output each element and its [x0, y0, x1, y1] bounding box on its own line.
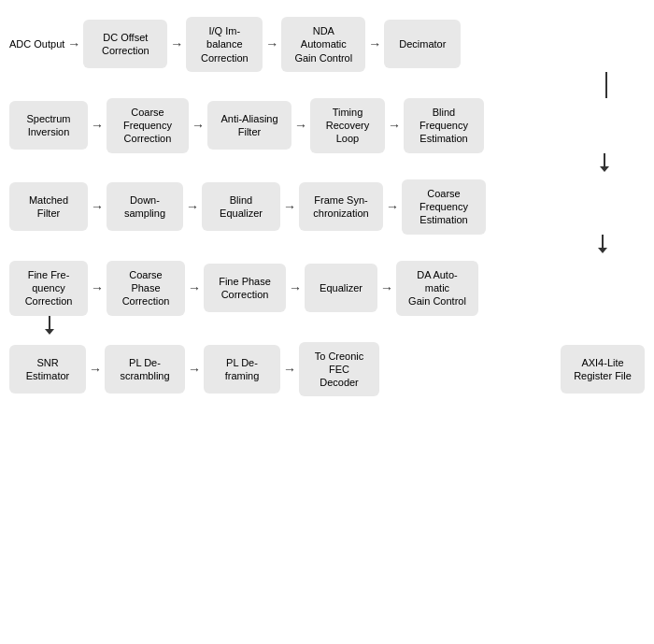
- equalizer-block: Equalizer: [305, 264, 377, 312]
- arrow-8: [385, 118, 404, 133]
- arrow-15: [286, 280, 305, 295]
- equalizer-label: Equalizer: [320, 281, 363, 294]
- coarse-freq1-label: CoarseFrequencyCorrection: [123, 106, 172, 146]
- timing-rec-block: TimingRecoveryLoop: [310, 98, 385, 153]
- block-diagram: ADC Output DC OffsetCorrection I/Q Im-ba…: [9, 17, 645, 396]
- arrow-11: [280, 199, 299, 214]
- conn-2-3: [9, 153, 645, 179]
- arrow-1: [64, 36, 83, 51]
- arrow-6: [189, 118, 207, 133]
- arrow-18: [185, 362, 204, 377]
- adc-output-label: ADC Output: [9, 38, 64, 50]
- matched-filter-block: MatchedFilter: [9, 182, 88, 231]
- axi4-reg-label: AXI4-LiteRegister File: [574, 356, 632, 383]
- snr-est-block: SNREstimator: [9, 345, 86, 394]
- anti-alias-block: Anti-AliasingFilter: [207, 101, 291, 150]
- frame-sync-label: Frame Syn-chronization: [313, 193, 368, 221]
- pl-deframe-label: PL De-framing: [225, 356, 260, 383]
- conn-3-4: [9, 235, 645, 261]
- arrow-3: [263, 36, 281, 51]
- creonic-fec-block: To CreonicFECDecoder: [299, 342, 379, 397]
- row-2: SpectrumInversion CoarseFrequencyCorrect…: [9, 98, 645, 153]
- row-1: ADC Output DC OffsetCorrection I/Q Im-ba…: [9, 17, 645, 72]
- arrow-13: [88, 280, 107, 295]
- arrow-9: [88, 199, 107, 214]
- coarse-phase-label: CoarsePhaseCorrection: [122, 268, 170, 308]
- coarse-freq2-block: CoarseFrequencyEstimation: [402, 179, 486, 235]
- coarse-phase-block: CoarsePhaseCorrection: [107, 261, 185, 316]
- blind-eq-label: BlindEqualizer: [220, 193, 263, 221]
- fine-phase-block: Fine PhaseCorrection: [204, 264, 286, 312]
- matched-filter-label: MatchedFilter: [29, 193, 68, 221]
- creonic-fec-label: To CreonicFECDecoder: [315, 350, 364, 390]
- row-3: MatchedFilter Down-sampling BlindEqualiz…: [9, 179, 645, 235]
- dc-offset-block: DC OffsetCorrection: [83, 20, 167, 68]
- downsampling-block: Down-sampling: [107, 182, 183, 231]
- spectrum-inv-label: SpectrumInversion: [26, 112, 70, 139]
- arrow-7: [291, 118, 310, 133]
- da-agc-block: DA Auto-maticGain Control: [396, 261, 478, 316]
- spectrum-inv-block: SpectrumInversion: [9, 101, 88, 150]
- row-4: Fine Fre-quencyCorrection CoarsePhaseCor…: [9, 261, 645, 316]
- arrow-5: [88, 118, 107, 133]
- axi4-reg-block: AXI4-LiteRegister File: [561, 345, 645, 394]
- timing-rec-label: TimingRecoveryLoop: [326, 106, 369, 146]
- pl-descramble-block: PL De-scrambling: [105, 345, 185, 394]
- nda-agc-label: NDAAutomaticGain Control: [294, 24, 352, 64]
- arrow-2: [167, 36, 186, 51]
- arrow-14: [185, 280, 204, 295]
- conn-1-2: [9, 72, 645, 98]
- da-agc-label: DA Auto-maticGain Control: [408, 268, 466, 308]
- conn-4-5: [9, 316, 645, 342]
- pl-descramble-label: PL De-scrambling: [120, 356, 169, 383]
- coarse-freq1-block: CoarseFrequencyCorrection: [107, 98, 189, 153]
- coarse-freq2-label: CoarseFrequencyEstimation: [419, 187, 468, 227]
- fine-freq-label: Fine Fre-quencyCorrection: [25, 268, 73, 308]
- frame-sync-block: Frame Syn-chronization: [299, 182, 383, 231]
- arrow-10: [183, 199, 202, 214]
- fine-phase-label: Fine PhaseCorrection: [219, 275, 271, 302]
- arrow-17: [86, 362, 105, 377]
- pl-deframe-block: PL De-framing: [204, 345, 280, 394]
- blind-freq-label: BlindFrequencyEstimation: [419, 106, 468, 146]
- arrow-4: [365, 36, 384, 51]
- snr-est-label: SNREstimator: [26, 356, 69, 383]
- decimator-label: Decimator: [399, 37, 446, 50]
- downsampling-label: Down-sampling: [124, 193, 165, 221]
- row-5: SNREstimator PL De-scrambling PL De-fram…: [9, 342, 645, 397]
- anti-alias-label: Anti-AliasingFilter: [220, 112, 277, 139]
- iq-imbalance-label: I/Q Im-balanceCorrection: [201, 24, 249, 64]
- fine-freq-block: Fine Fre-quencyCorrection: [9, 261, 88, 316]
- arrow-16: [377, 280, 396, 295]
- blind-eq-block: BlindEqualizer: [202, 182, 280, 231]
- decimator-block: Decimator: [384, 20, 461, 68]
- blind-freq-block: BlindFrequencyEstimation: [404, 98, 484, 153]
- dc-offset-label: DC OffsetCorrection: [102, 31, 149, 58]
- iq-imbalance-block: I/Q Im-balanceCorrection: [186, 17, 263, 72]
- arrow-19: [280, 362, 299, 377]
- arrow-12: [383, 199, 402, 214]
- nda-agc-block: NDAAutomaticGain Control: [281, 17, 365, 72]
